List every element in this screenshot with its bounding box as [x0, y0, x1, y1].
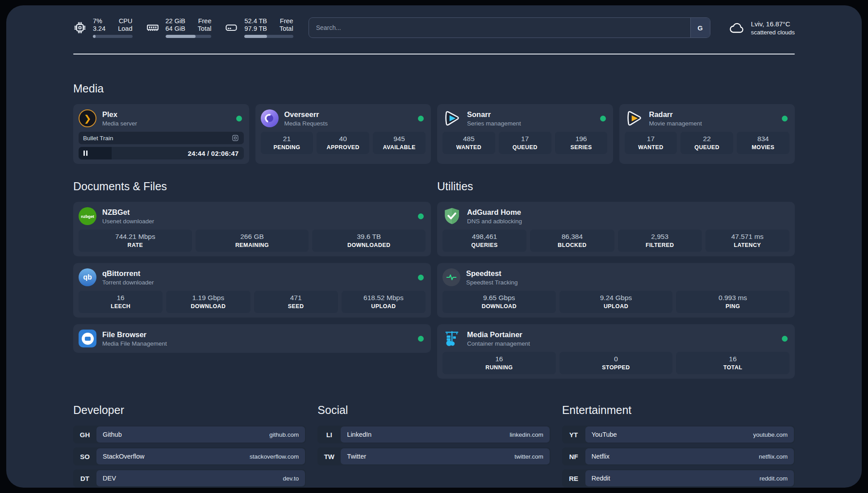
stat-tile: 16 RUNNING	[442, 352, 556, 374]
app-card-qbittorrent[interactable]: qb qBittorrent Torrent downloader 16 LEE…	[73, 263, 431, 318]
stat-tile: 744.21 Mbps RATE	[79, 230, 192, 252]
bookmark-stackoverflow[interactable]: SO StackOverflow stackoverflow.com	[73, 447, 306, 465]
bookmark-url: youtube.com	[753, 431, 788, 438]
bookmark-twitter[interactable]: TW Twitter twitter.com	[317, 447, 550, 465]
app-name: Speedtest	[466, 269, 789, 278]
stat-value: 9.65 Gbps	[444, 294, 554, 302]
dashboard-page: 7% CPU 3.24 Load 22 GiB Free 64 GiB Tota…	[6, 5, 862, 488]
usage-progress-fill	[244, 35, 267, 38]
now-playing-title: Bullet Train	[83, 135, 113, 142]
bookmark-dev[interactable]: DT DEV dev.to	[73, 469, 306, 487]
app-description: Media Requests	[284, 120, 413, 127]
section-utilities: Utilities AdGuard Home DNS and adblockin…	[437, 180, 795, 379]
app-name: Overseerr	[284, 110, 413, 119]
bookmarks-area: Developer GH Github github.com SO StackO…	[73, 404, 795, 487]
bookmark-netflix[interactable]: NF Netflix netflix.com	[562, 447, 795, 465]
app-card-speedtest[interactable]: Speedtest Speedtest Tracking 9.65 Gbps D…	[437, 263, 795, 318]
bookmark-name: Netflix	[592, 453, 609, 460]
bookmark-reddit[interactable]: RE Reddit reddit.com	[562, 469, 795, 487]
stat-tile: 17 WANTED	[625, 132, 677, 154]
app-description: DNS and adblocking	[467, 218, 789, 225]
app-stats: 485 WANTED 17 QUEUED 196 SERIES	[442, 132, 608, 154]
bookmark-url: twitter.com	[514, 453, 543, 460]
app-card-plex[interactable]: ❯ Plex Media server Bullet Train 24:44 /…	[73, 104, 249, 164]
app-card-overseerr[interactable]: Overseerr Media Requests 21 PENDING 40 A…	[255, 104, 431, 164]
middle-columns: Documents & Files nzbget NZBGet Usenet d…	[73, 180, 795, 379]
app-card-radarr[interactable]: Radarr Movie management 17 WANTED 22 QUE…	[619, 104, 795, 164]
app-card-file-browser[interactable]: File Browser Media File Management	[73, 324, 431, 353]
stat-tile: 9.24 Gbps UPLOAD	[559, 291, 673, 313]
disk-icon	[225, 21, 238, 34]
stat-value: 485	[444, 135, 493, 143]
pause-icon[interactable]	[83, 150, 88, 156]
stat-value: 17	[626, 135, 676, 143]
overseerr-icon	[261, 109, 279, 127]
usage-progress-fill	[93, 35, 96, 38]
qbittorrent-icon: qb	[79, 268, 96, 286]
app-card-adguard-home[interactable]: AdGuard Home DNS and adblocking 498,461 …	[437, 202, 795, 256]
bookmark-abbr: GH	[73, 426, 96, 443]
bookmark-github[interactable]: GH Github github.com	[73, 426, 306, 443]
media-player: Bullet Train 24:44 / 02:06:47	[79, 132, 244, 159]
bookmark-name: DEV	[103, 475, 116, 482]
app-card-nzbget[interactable]: nzbget NZBGet Usenet downloader 744.21 M…	[73, 202, 431, 256]
app-card-sonarr[interactable]: Sonarr Series management 485 WANTED 17 Q…	[437, 104, 613, 164]
stat-label: STOPPED	[561, 364, 671, 371]
bookmark-name: LinkedIn	[347, 431, 371, 438]
stat-tile: 266 GB REMAINING	[196, 230, 309, 252]
system-stat-ram: 22 GiB Free 64 GiB Total	[146, 17, 212, 38]
stat-value: 17	[501, 135, 550, 143]
stat-label: LEECH	[80, 303, 161, 309]
stat-label: WANTED	[626, 144, 676, 150]
bookmark-column-social: Social LI LinkedIn linkedin.com TW Twitt…	[317, 404, 550, 487]
stat-tile: 21 PENDING	[261, 132, 313, 154]
app-card-media-portainer[interactable]: Media Portainer Container management 16 …	[437, 324, 795, 379]
stat-value: 47.571 ms	[707, 233, 788, 241]
player-time: 24:44 / 02:06:47	[188, 150, 238, 157]
bookmark-url: reddit.com	[760, 475, 788, 482]
app-stats: 21 PENDING 40 APPROVED 945 AVAILABLE	[261, 132, 426, 154]
app-name: Media Portainer	[467, 330, 776, 339]
stat-tile: 834 MOVIES	[737, 132, 789, 154]
stat-tile: 9.65 Gbps DOWNLOAD	[442, 291, 556, 313]
stat-tile: 47.571 ms LATENCY	[705, 230, 789, 252]
stat-tile: 485 WANTED	[442, 132, 495, 154]
system-stat-disk: 52.4 TB Free 97.9 TB Total	[225, 17, 293, 38]
now-playing-icon[interactable]	[231, 134, 239, 142]
stat-label: QUERIES	[444, 242, 525, 248]
stat-label: DOWNLOADED	[314, 242, 424, 248]
bookmark-youtube[interactable]: YT YouTube youtube.com	[562, 426, 795, 443]
header-divider	[73, 54, 795, 54]
stat-tile: 2,953 FILTERED	[618, 230, 702, 252]
system-stat-cpu: 7% CPU 3.24 Load	[73, 17, 133, 38]
bookmark-column-developer: Developer GH Github github.com SO StackO…	[73, 404, 306, 487]
app-name: Plex	[102, 110, 230, 119]
bookmark-url: dev.to	[283, 475, 299, 482]
stat-value: 86,384	[532, 233, 612, 241]
stat-tile: 22 QUEUED	[680, 132, 733, 154]
stat-label: SERIES	[557, 144, 606, 150]
player-progress-bar[interactable]: 24:44 / 02:06:47	[79, 147, 244, 159]
stat-tile: 39.6 TB DOWNLOADED	[312, 230, 426, 252]
bookmark-linkedin[interactable]: LI LinkedIn linkedin.com	[317, 426, 550, 443]
stat-tile: 498,461 QUERIES	[442, 230, 526, 252]
stat-tile: 471 SEED	[254, 291, 338, 313]
stat-value: 945	[375, 135, 424, 143]
search-engine-button[interactable]: G	[690, 18, 710, 38]
stat-label: DOWNLOAD	[444, 303, 554, 309]
app-name: AdGuard Home	[467, 208, 789, 217]
stat-value: 40	[318, 135, 367, 143]
stat-label: MOVIES	[739, 144, 788, 150]
bookmark-url: linkedin.com	[510, 431, 543, 438]
portainer-icon	[442, 329, 461, 348]
section-title-media: Media	[73, 82, 795, 95]
stat-value: 618.52 Mbps	[343, 294, 424, 302]
search-input[interactable]	[309, 18, 690, 38]
stat-label: WANTED	[444, 144, 493, 150]
now-playing-bar: Bullet Train	[79, 132, 244, 144]
bookmark-abbr: SO	[73, 447, 96, 465]
plex-icon: ❯	[79, 109, 96, 127]
bookmark-section-title: Developer	[73, 404, 306, 417]
stat-label: UPLOAD	[343, 303, 424, 309]
bookmark-column-entertainment: Entertainment YT YouTube youtube.com NF …	[562, 404, 795, 487]
